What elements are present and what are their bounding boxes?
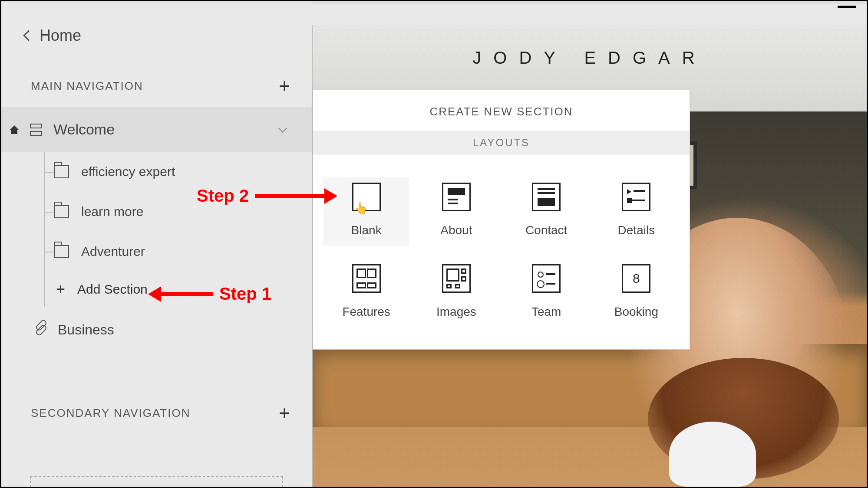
layout-label: Team [531, 305, 561, 319]
layout-option-team[interactable]: Team [504, 259, 589, 328]
site-title: JODY EDGAR [313, 25, 867, 87]
main-navigation-label: MAIN NAVIGATION [31, 79, 143, 93]
layout-option-contact[interactable]: Contact [504, 177, 589, 246]
layout-option-about[interactable]: About [413, 177, 499, 246]
add-page-button[interactable]: + [276, 78, 293, 94]
layout-label: Details [618, 223, 655, 237]
hamburger-icon[interactable] [838, 6, 856, 8]
annotation-step2: Step 2 [197, 186, 337, 206]
home-icon [10, 125, 19, 134]
page-label: Welcome [53, 121, 115, 138]
section-icon [54, 205, 69, 218]
create-section-dialog: CREATE NEW SECTION LAYOUTS 👆 Blank About… [313, 90, 690, 350]
layout-label: Contact [525, 223, 568, 237]
features-layout-icon [352, 264, 381, 293]
layout-option-details[interactable]: Details [594, 177, 679, 246]
dialog-subtitle: LAYOUTS [313, 131, 690, 155]
layout-grid: 👆 Blank About Contact Details [313, 155, 690, 349]
layout-option-images[interactable]: Images [413, 259, 499, 328]
layout-label: Features [342, 305, 390, 319]
contact-layout-icon [532, 183, 561, 211]
section-icon [54, 165, 69, 178]
blank-layout-icon [352, 183, 381, 211]
section-label: learn more [81, 204, 143, 219]
section-item[interactable]: Adventurer [44, 232, 312, 272]
chevron-left-icon [23, 30, 34, 41]
plus-icon: + [56, 282, 65, 297]
images-layout-icon [442, 264, 471, 293]
about-layout-icon [442, 183, 471, 211]
annotation-step2-label: Step 2 [197, 186, 249, 206]
layout-option-features[interactable]: Features [323, 259, 409, 328]
link-label: Business [58, 322, 114, 338]
app-frame: Home MAIN NAVIGATION + Welcome efficienc… [0, 0, 868, 488]
add-secondary-page-button[interactable]: + [276, 405, 293, 421]
dialog-title: CREATE NEW SECTION [313, 90, 690, 131]
layout-label: Images [436, 305, 476, 319]
chevron-down-icon[interactable] [278, 124, 287, 133]
section-icon [54, 245, 69, 258]
secondary-nav-empty[interactable]: This navigation is empty [30, 476, 283, 488]
add-section-label: Add Section [77, 282, 148, 297]
section-label: Adventurer [81, 244, 145, 259]
team-layout-icon [532, 264, 561, 293]
secondary-navigation-header: SECONDARY NAVIGATION + [1, 392, 312, 434]
booking-layout-icon: 8 [622, 264, 650, 293]
sidebar-page-welcome[interactable]: Welcome [1, 107, 312, 152]
layout-label: Blank [351, 223, 382, 237]
annotation-step1: Step 1 [148, 284, 271, 304]
annotation-step1-label: Step 1 [219, 284, 271, 304]
details-layout-icon [622, 183, 650, 211]
sidebar: Home MAIN NAVIGATION + Welcome efficienc… [1, 1, 312, 487]
layout-option-booking[interactable]: 8 Booking [594, 259, 679, 328]
section-label: efficiency expert [81, 164, 175, 179]
link-icon [35, 324, 48, 337]
page-stack-icon [30, 124, 42, 136]
main-navigation-header: MAIN NAVIGATION + [1, 65, 312, 107]
sidebar-link-business[interactable]: Business [1, 307, 312, 353]
back-label: Home [40, 26, 81, 45]
layout-label: About [440, 223, 472, 237]
secondary-navigation-label: SECONDARY NAVIGATION [31, 406, 190, 420]
layout-label: Booking [614, 305, 658, 319]
back-button[interactable]: Home [1, 1, 312, 65]
preview-canvas: JODY EDGAR CREATE NEW SECTION LAYOUTS 👆 … [312, 25, 867, 487]
